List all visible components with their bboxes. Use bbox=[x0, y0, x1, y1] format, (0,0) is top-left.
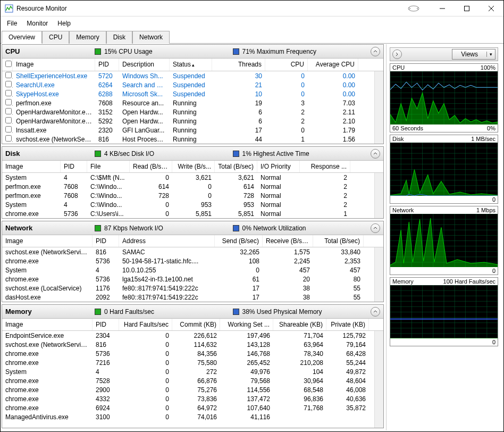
table-row[interactable]: System 4 0 272 49,976 104 49,872 bbox=[2, 367, 374, 376]
table-row[interactable]: perfmon.exe 7608 Resource an... Running … bbox=[2, 98, 374, 107]
chart-network: Network1 Mbps 0 bbox=[390, 206, 498, 275]
table-row[interactable]: chrome.exe 5736 0 84,356 146,768 78,340 … bbox=[2, 349, 374, 358]
memory-section-header[interactable]: Memory 0 Hard Faults/sec 38% Used Physic… bbox=[2, 305, 383, 319]
cpu-col-pid[interactable]: PID bbox=[95, 59, 119, 71]
mem-col-share[interactable]: Shareable (KB) bbox=[273, 319, 326, 330]
cpu-collapse-button[interactable] bbox=[371, 47, 380, 56]
close-button[interactable] bbox=[479, 1, 503, 16]
memory-column-headers[interactable]: Image PID Hard Faults/sec Commit (KB) Wo… bbox=[2, 319, 383, 331]
table-row[interactable]: chrome.exe 7216 0 75,580 265,452 210,208… bbox=[2, 358, 374, 367]
views-dropdown-icon[interactable]: ▾ bbox=[486, 52, 495, 57]
table-row[interactable]: dasHost.exe 2092 fe80::817f:9741:5419:22… bbox=[2, 293, 374, 302]
table-row[interactable]: chrome.exe 2900 0 75,276 114,556 68,548 … bbox=[2, 385, 374, 394]
table-row[interactable]: svchost.exe (NetworkService) 816 SAMAC 3… bbox=[2, 247, 374, 256]
cpu-select-all-checkbox[interactable] bbox=[5, 61, 12, 67]
chart-max: 100% bbox=[481, 64, 495, 71]
table-row[interactable]: System 4 10.0.10.255 0 457 457 bbox=[2, 265, 374, 275]
network-column-headers[interactable]: Image PID Address Send (B/sec) Receive (… bbox=[2, 235, 383, 247]
cpu-col-avg[interactable]: Average CPU bbox=[308, 59, 358, 71]
tab-memory[interactable]: Memory bbox=[69, 31, 106, 44]
row-checkbox[interactable] bbox=[5, 135, 12, 142]
tab-network[interactable]: Network bbox=[132, 31, 170, 44]
table-row[interactable]: chrome.exe 4332 0 73,836 137,472 96,836 … bbox=[2, 394, 374, 403]
menu-file[interactable]: File bbox=[3, 18, 21, 29]
net-col-total[interactable]: Total (B/sec) bbox=[313, 235, 364, 247]
tab-overview[interactable]: Overview bbox=[2, 31, 42, 44]
table-row[interactable]: lnssatt.exe 2320 GFI LanGuar... Running … bbox=[2, 126, 374, 135]
side-collapse-button[interactable] bbox=[392, 49, 402, 59]
mem-col-pid[interactable]: PID bbox=[93, 319, 119, 330]
net-col-receive[interactable]: Receive (B/sec) bbox=[263, 235, 313, 247]
net-col-address[interactable]: Address bbox=[119, 235, 215, 247]
cpu-column-headers[interactable]: Image PID Description Status▴ Threads CP… bbox=[2, 59, 383, 71]
mem-col-ws[interactable]: Working Set ... bbox=[220, 319, 273, 330]
table-row[interactable]: OpenHardwareMonitor.exe 3152 Open Hardw.… bbox=[2, 107, 374, 117]
disk-col-image[interactable]: Image bbox=[2, 161, 61, 172]
disk-col-response[interactable]: Response ... bbox=[300, 161, 350, 172]
disk-col-write[interactable]: Write (B/s... bbox=[172, 161, 215, 172]
disk-col-pid[interactable]: PID bbox=[61, 161, 87, 172]
table-row[interactable]: chrome.exe 6924 0 64,972 107,640 71,768 … bbox=[2, 403, 374, 412]
table-row[interactable]: SkypeHost.exe 6288 Microsoft Sk... Suspe… bbox=[2, 89, 374, 98]
cpu-col-status[interactable]: Status▴ bbox=[170, 59, 212, 71]
table-row[interactable]: OpenHardwareMonitor.exe 5292 Open Hardw.… bbox=[2, 117, 374, 126]
disk-collapse-button[interactable] bbox=[371, 149, 380, 159]
table-row[interactable]: ShellExperienceHost.exe 5720 Windows Sh.… bbox=[2, 71, 374, 80]
cpu-col-image[interactable]: Image bbox=[13, 59, 95, 71]
cpu-section-header[interactable]: CPU 15% CPU Usage 71% Maximum Frequency bbox=[2, 45, 383, 59]
row-checkbox[interactable] bbox=[5, 108, 12, 114]
table-row[interactable]: System 4 C:\$Mft (N... 0 3,621 3,621 Nor… bbox=[2, 173, 374, 182]
net-col-send[interactable]: Send (B/sec) bbox=[215, 235, 263, 247]
row-checkbox[interactable] bbox=[5, 90, 12, 96]
table-row[interactable]: chrome.exe 5736 lga15s42-in-f3.1e100.net… bbox=[2, 275, 374, 284]
net-col-image[interactable]: Image bbox=[2, 235, 93, 247]
maximize-button[interactable] bbox=[455, 1, 479, 16]
disk-col-file[interactable]: File bbox=[87, 161, 130, 172]
disk-col-total[interactable]: Total (B/sec) bbox=[215, 161, 257, 172]
network-section-header[interactable]: Network 87 Kbps Network I/O 0% Network U… bbox=[2, 221, 383, 235]
disk-col-priority[interactable]: I/O Priority bbox=[257, 161, 300, 172]
mem-col-hf[interactable]: Hard Faults/sec bbox=[119, 319, 172, 330]
tab-cpu[interactable]: CPU bbox=[42, 31, 69, 44]
network-collapse-button[interactable] bbox=[371, 223, 380, 233]
mem-col-priv[interactable]: Private (KB) bbox=[326, 319, 369, 330]
mem-col-commit[interactable]: Commit (KB) bbox=[172, 319, 220, 330]
sort-asc-icon: ▴ bbox=[192, 62, 195, 68]
table-row[interactable]: System 4 C:\Windo... 0 953 953 Normal 2 bbox=[2, 200, 374, 209]
menu-monitor[interactable]: Monitor bbox=[22, 18, 52, 29]
cpu-scrollbar[interactable] bbox=[374, 71, 383, 144]
memory-collapse-button[interactable] bbox=[371, 307, 380, 317]
memory-scrollbar[interactable] bbox=[374, 331, 383, 428]
row-checkbox[interactable] bbox=[5, 99, 12, 105]
table-row[interactable]: ManagedAntivirus.exe 3100 0 74,016 41,11… bbox=[2, 412, 374, 421]
table-row[interactable]: perfmon.exe 7608 C:\Windo... 614 0 614 N… bbox=[2, 182, 374, 191]
disk-section-header[interactable]: Disk 4 KB/sec Disk I/O 1% Highest Active… bbox=[2, 147, 383, 161]
table-row[interactable]: svchost.exe (LocalService) 1176 fe80::81… bbox=[2, 284, 374, 293]
row-checkbox[interactable] bbox=[5, 126, 12, 132]
views-button[interactable]: Views ▾ bbox=[452, 49, 495, 60]
cpu-col-desc[interactable]: Description bbox=[119, 59, 170, 71]
mem-col-image[interactable]: Image bbox=[2, 319, 93, 330]
table-row[interactable]: chrome.exe 5736 C:\Users\i... 0 5,851 5,… bbox=[2, 209, 374, 218]
table-row[interactable]: chrome.exe 5736 50-194-58-171-static.hfc… bbox=[2, 256, 374, 265]
row-checkbox[interactable] bbox=[5, 81, 12, 87]
table-row[interactable]: svchost.exe (NetworkService) 816 0 114,6… bbox=[2, 340, 374, 349]
table-row[interactable]: svchost.exe (NetworkService) 816 Host Pr… bbox=[2, 135, 374, 144]
row-checkbox[interactable] bbox=[5, 72, 12, 78]
table-row[interactable]: SearchUI.exe 6264 Search and C... Suspen… bbox=[2, 80, 374, 89]
minimize-button[interactable] bbox=[430, 1, 455, 16]
disk-col-read[interactable]: Read (B/sec) bbox=[130, 161, 172, 172]
disk-column-headers[interactable]: Image PID File Read (B/sec) Write (B/s..… bbox=[2, 161, 383, 173]
cpu-col-cpu[interactable]: CPU bbox=[265, 59, 308, 71]
cpu-col-threads[interactable]: Threads bbox=[212, 59, 265, 71]
menu-help[interactable]: Help bbox=[53, 18, 75, 29]
row-checkbox[interactable] bbox=[5, 117, 12, 123]
table-row[interactable]: perfmon.exe 7608 C:\Windo... 728 0 728 N… bbox=[2, 191, 374, 200]
table-row[interactable]: EndpointService.exe 2304 0 226,612 197,4… bbox=[2, 331, 374, 340]
tab-disk[interactable]: Disk bbox=[106, 31, 132, 44]
disk-scrollbar[interactable] bbox=[374, 173, 383, 218]
table-row[interactable]: chrome.exe 7528 0 66,876 79,568 30,964 4… bbox=[2, 376, 374, 385]
network-scrollbar[interactable] bbox=[374, 247, 383, 302]
net-col-pid[interactable]: PID bbox=[93, 235, 119, 247]
chart-title: Disk bbox=[392, 136, 404, 142]
